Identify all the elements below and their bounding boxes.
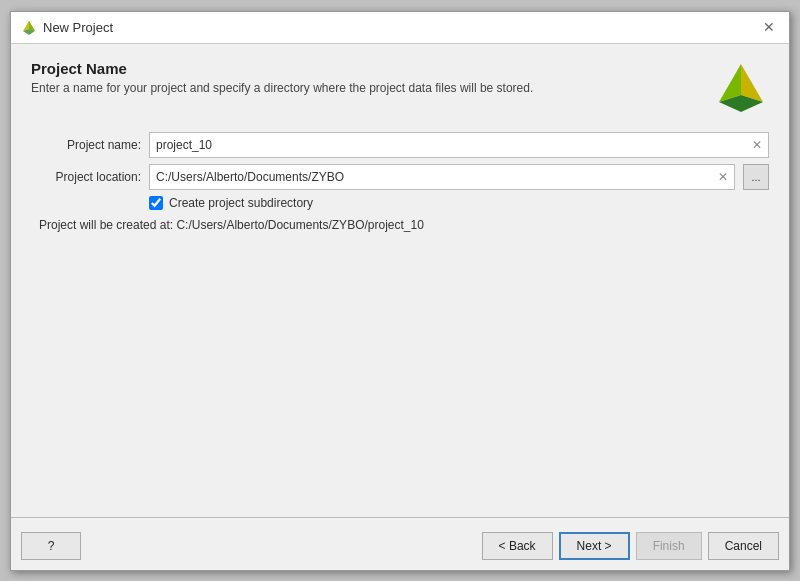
project-location-input-wrapper: ✕	[149, 164, 735, 190]
dialog-logo-icon	[21, 19, 37, 35]
dialog-title: New Project	[43, 20, 113, 35]
project-name-row: Project name: ✕	[31, 132, 769, 158]
title-bar: New Project ✕	[11, 12, 789, 44]
new-project-dialog: New Project ✕ Project Name Enter a name …	[10, 11, 790, 571]
header-text: Project Name Enter a name for your proje…	[31, 60, 533, 95]
project-path-display: Project will be created at: C:/Users/Alb…	[39, 218, 769, 232]
header-section: Project Name Enter a name for your proje…	[31, 60, 769, 116]
footer-right: < Back Next > Finish Cancel	[482, 532, 779, 560]
path-value: C:/Users/Alberto/Documents/ZYBO/project_…	[176, 218, 423, 232]
next-button[interactable]: Next >	[559, 532, 630, 560]
project-location-row: Project location: ✕ ...	[31, 164, 769, 190]
project-name-clear-icon[interactable]: ✕	[748, 136, 766, 154]
footer: ? < Back Next > Finish Cancel	[11, 526, 789, 570]
project-location-label: Project location:	[31, 170, 141, 184]
help-button[interactable]: ?	[21, 532, 81, 560]
finish-button[interactable]: Finish	[636, 532, 702, 560]
header-title: Project Name	[31, 60, 533, 77]
create-subdirectory-checkbox[interactable]	[149, 196, 163, 210]
vivado-logo-icon	[713, 60, 769, 116]
browse-button[interactable]: ...	[743, 164, 769, 190]
create-subdirectory-row: Create project subdirectory	[149, 196, 769, 210]
project-name-label: Project name:	[31, 138, 141, 152]
footer-separator	[11, 517, 789, 518]
path-prefix: Project will be created at:	[39, 218, 173, 232]
dialog-body: Project Name Enter a name for your proje…	[11, 44, 789, 517]
content-area	[31, 232, 769, 507]
project-location-input[interactable]	[152, 165, 714, 189]
project-name-input-wrapper: ✕	[149, 132, 769, 158]
project-name-input[interactable]	[152, 133, 748, 157]
close-button[interactable]: ✕	[759, 17, 779, 37]
footer-left: ?	[21, 532, 81, 560]
cancel-button[interactable]: Cancel	[708, 532, 779, 560]
form-section: Project name: ✕ Project location: ✕ ...	[31, 132, 769, 190]
title-bar-left: New Project	[21, 19, 113, 35]
header-subtitle: Enter a name for your project and specif…	[31, 81, 533, 95]
back-button[interactable]: < Back	[482, 532, 553, 560]
project-location-clear-icon[interactable]: ✕	[714, 168, 732, 186]
create-subdirectory-label: Create project subdirectory	[169, 196, 313, 210]
